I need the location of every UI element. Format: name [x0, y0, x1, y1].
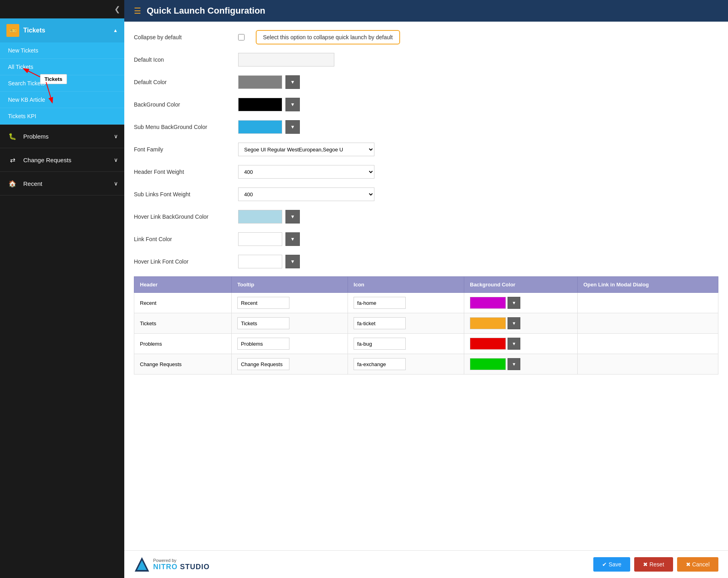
sub-menu-bg-color-dropdown-btn[interactable]: ▼	[285, 120, 300, 134]
hover-link-bg-color-control: ▼	[238, 210, 718, 224]
problems-icon: 🐛	[6, 130, 18, 142]
collapse-by-default-label: Collapse by default	[134, 34, 238, 40]
tickets-color-dropdown-btn[interactable]: ▼	[508, 317, 520, 329]
sub-links-font-weight-select[interactable]: 400 500 600 700	[238, 187, 374, 201]
collapse-by-default-row: Collapse by default Select this option t…	[134, 30, 718, 45]
default-icon-control: fa-home	[238, 53, 718, 66]
sidebar-tickets-header[interactable]: 🎫 Tickets ▲	[0, 18, 124, 42]
sub-menu-bg-color-swatch[interactable]	[238, 120, 282, 134]
page-footer: Powered by NITRO STUDIO ✔ Save ✖ Reset ✖…	[124, 550, 728, 578]
sidebar-item-tickets-kpi[interactable]: Tickets KPI	[0, 108, 124, 125]
default-icon-input[interactable]: fa-home	[238, 53, 334, 66]
change-requests-color-dropdown-btn[interactable]: ▼	[508, 358, 520, 370]
link-font-color-swatch[interactable]	[238, 232, 282, 246]
default-icon-label: Default Icon	[134, 56, 238, 63]
sidebar-section-problems[interactable]: 🐛 Problems ∨	[0, 125, 124, 148]
header-font-weight-row: Header Font Weight 400 500 600 700	[134, 164, 718, 179]
tickets-color-swatch[interactable]	[470, 317, 506, 329]
problems-icon-input[interactable]	[354, 338, 406, 350]
hover-link-bg-color-dropdown-btn[interactable]: ▼	[285, 210, 300, 224]
table-row: Change Requests ▼	[134, 354, 718, 375]
problems-color-dropdown-btn[interactable]: ▼	[508, 338, 520, 350]
header-font-weight-control: 400 500 600 700	[238, 165, 718, 179]
link-font-color-row: Link Font Color ▼	[134, 232, 718, 247]
hover-link-font-color-swatch[interactable]	[238, 255, 282, 268]
table-cell-tickets-tooltip	[231, 313, 348, 334]
link-font-color-control: ▼	[238, 232, 718, 246]
table-cell-change-color: ▼	[464, 354, 578, 375]
powered-by-text: Powered by	[153, 558, 210, 563]
table-cell-tickets-color: ▼	[464, 313, 578, 334]
change-requests-color-area: ▼	[470, 358, 572, 370]
recent-color-dropdown-btn[interactable]: ▼	[508, 297, 520, 309]
sidebar-item-new-tickets[interactable]: New Tickets	[0, 42, 124, 59]
recent-icon-input[interactable]	[354, 297, 406, 309]
background-color-swatch[interactable]	[238, 98, 282, 111]
sidebar-collapse-button[interactable]: ❮	[114, 5, 120, 14]
sub-links-font-weight-label: Sub Links Font Weight	[134, 191, 238, 197]
main-content: ☰ Quick Launch Configuration Collapse by…	[124, 0, 728, 578]
recent-icon: 🏠	[6, 177, 18, 189]
background-color-dropdown-btn[interactable]: ▼	[285, 98, 300, 111]
table-cell-tickets-modal	[578, 313, 718, 334]
hover-link-bg-color-swatch[interactable]	[238, 210, 282, 224]
tickets-icon-input[interactable]	[354, 317, 406, 329]
collapse-by-default-checkbox[interactable]	[238, 34, 245, 40]
sub-menu-bg-color-control: ▼	[238, 120, 718, 134]
table-cell-recent-modal	[578, 293, 718, 313]
problems-color-area: ▼	[470, 338, 572, 350]
sub-menu-bg-color-label: Sub Menu BackGround Color	[134, 124, 238, 130]
change-requests-icon-input[interactable]	[354, 358, 406, 370]
config-table: Header Tooltip Icon Background Color Ope…	[134, 276, 718, 375]
sidebar-item-all-tickets[interactable]: All Tickets	[0, 59, 124, 75]
sidebar-tickets-section: 🎫 Tickets ▲ New Tickets All Tickets Sear…	[0, 18, 124, 125]
default-color-dropdown-btn[interactable]: ▼	[285, 75, 300, 89]
sidebar-recent-label: Recent	[23, 180, 42, 187]
page-title: Quick Launch Configuration	[147, 6, 265, 16]
table-cell-tickets-icon	[348, 313, 464, 334]
font-family-select[interactable]: Segoe UI Regular WestEuropean,Segoe U Ar…	[238, 143, 374, 156]
table-cell-change-tooltip	[231, 354, 348, 375]
recent-chevron: ∨	[114, 180, 118, 187]
collapse-by-default-control: Select this option to collapse quick lau…	[238, 30, 718, 44]
save-button[interactable]: ✔ Save	[593, 557, 630, 572]
page-header: ☰ Quick Launch Configuration	[124, 0, 728, 22]
tickets-expand-icon: ▲	[113, 28, 118, 33]
table-cell-change-modal	[578, 354, 718, 375]
sidebar-section-change-requests[interactable]: ⇄ Change Requests ∨	[0, 148, 124, 172]
table-cell-recent-color: ▼	[464, 293, 578, 313]
change-requests-color-swatch[interactable]	[470, 358, 506, 370]
link-font-color-dropdown-btn[interactable]: ▼	[285, 232, 300, 246]
change-requests-tooltip-input[interactable]	[237, 358, 289, 370]
font-family-control: Segoe UI Regular WestEuropean,Segoe U Ar…	[238, 143, 718, 156]
sidebar-section-recent[interactable]: 🏠 Recent ∨	[0, 172, 124, 195]
table-row: Problems ▼	[134, 334, 718, 354]
table-header-header: Header	[134, 277, 232, 293]
tickets-color-area: ▼	[470, 317, 572, 329]
change-requests-icon: ⇄	[6, 154, 18, 166]
header-font-weight-select[interactable]: 400 500 600 700	[238, 165, 374, 179]
reset-button[interactable]: ✖ Reset	[634, 557, 673, 572]
tickets-icon: 🎫	[6, 24, 19, 37]
hover-link-bg-color-label: Hover Link BackGround Color	[134, 213, 238, 220]
change-requests-chevron: ∨	[114, 157, 118, 163]
hover-link-font-color-dropdown-btn[interactable]: ▼	[285, 255, 300, 268]
tickets-tooltip: Tickets	[40, 74, 67, 84]
problems-color-swatch[interactable]	[470, 338, 506, 350]
table-header-background-color: Background Color	[464, 277, 578, 293]
sidebar-change-requests-label: Change Requests	[23, 157, 71, 163]
table-cell-problems-header: Problems	[134, 334, 232, 354]
hover-link-font-color-label: Hover Link Font Color	[134, 258, 238, 265]
problems-tooltip-input[interactable]	[237, 338, 289, 350]
sidebar-item-new-kb-article[interactable]: New KB Article	[0, 92, 124, 108]
sub-links-font-weight-row: Sub Links Font Weight 400 500 600 700	[134, 187, 718, 202]
recent-color-swatch[interactable]	[470, 297, 506, 309]
tickets-tooltip-input[interactable]	[237, 317, 289, 329]
table-cell-recent-icon	[348, 293, 464, 313]
table-cell-change-icon	[348, 354, 464, 375]
nitro-studio-text: NITRO STUDIO	[153, 563, 210, 571]
cancel-button[interactable]: ✖ Cancel	[677, 557, 718, 572]
default-color-swatch[interactable]	[238, 75, 282, 89]
default-color-label: Default Color	[134, 79, 238, 85]
recent-tooltip-input[interactable]	[237, 297, 289, 309]
